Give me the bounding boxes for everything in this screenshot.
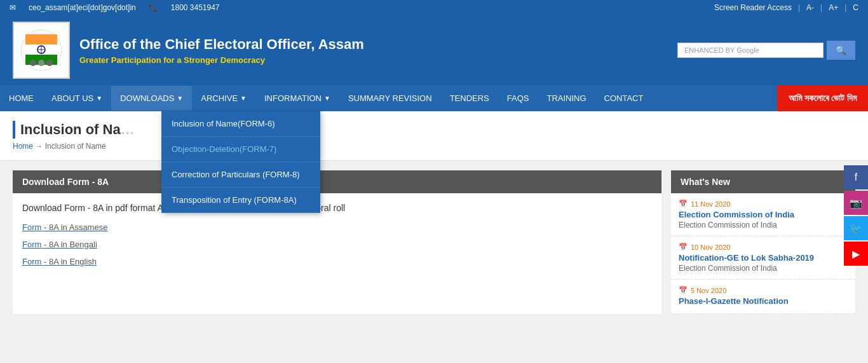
svg-point-9 [46,60,53,66]
news-item-2: 📅 10 Nov 2020 Notification-GE to Lok Sab… [671,236,855,280]
facebook-button[interactable]: f [844,165,868,189]
font-size-small[interactable]: A- [806,3,814,12]
site-title-area: Office of the Chief Electoral Officer, A… [79,36,364,65]
news-title-2[interactable]: Notification-GE to Lok Sabha-2019 [679,253,848,263]
news-date-2: 📅 10 Nov 2020 [679,243,848,251]
nav-cta-button[interactable]: আমি সকলোৰে ভোট দিম [777,85,868,111]
news-date-1: 📅 11 Nov 2020 [679,200,848,208]
form-label-3: Form [22,257,41,266]
logo-area: Office of the Chief Electoral Officer, A… [13,22,364,79]
news-item-1: 📅 11 Nov 2020 Election Commission of Ind… [671,193,855,236]
news-source-2: Election Commission of India [679,264,848,273]
nav-training[interactable]: TRAINING [538,86,595,111]
youtube-button[interactable]: ▶ [844,242,868,266]
nav-home[interactable]: HOME [0,86,43,111]
twitter-button[interactable]: 🐦 [844,216,868,240]
form-link-assamese[interactable]: Form - 8A in Assamese [22,223,652,232]
logo-image [19,28,64,72]
download-section-body: Download Form - 8A in pdf format Applica… [13,193,661,284]
site-header: Office of the Chief Electoral Officer, A… [0,15,868,85]
google-search-label: ENHANCED BY Google [684,46,759,54]
news-title-3[interactable]: Phase-I-Gazette Notification [679,296,848,306]
breadcrumb-current: Inclusion of Name [45,142,106,151]
calendar-icon: 📅 [679,286,688,294]
form-suffix-3: - 8A in English [41,257,97,266]
nav-summary-revision[interactable]: SUMMARY REVISION [339,86,441,111]
nav-information[interactable]: INFORMATION ▼ [255,86,339,111]
nav-contact[interactable]: CONTACT [595,86,653,111]
instagram-icon: 📷 [850,197,862,209]
form-suffix-2: - 8A in Bengali [41,240,97,249]
phone-text: 1800 3451947 [171,3,220,12]
form-label-2: Form [22,240,41,249]
page-title: Inclusion of Na… [13,121,855,139]
facebook-icon: f [855,172,857,183]
form-suffix-1: - 8A in Assamese [41,223,107,232]
download-description: Download Form - 8A in pdf format Applica… [22,203,652,213]
chevron-down-icon: ▼ [96,95,102,102]
svg-rect-1 [25,34,57,45]
form-link-bengali[interactable]: Form - 8A in Bengali [22,240,652,249]
contrast-toggle[interactable]: C [853,3,858,12]
nav-archive[interactable]: ARCHIVE ▼ [192,86,255,111]
page-title-text: Inclusion of Na… [20,121,135,138]
downloads-dropdown: Inclusion of Name(FORM-6) Objection-Dele… [161,111,320,213]
breadcrumb: Home → Inclusion of Name [13,142,855,157]
screen-reader-link[interactable]: Screen Reader Access [714,3,792,12]
chevron-down-icon: ▼ [177,95,183,102]
phone-icon: 📞 [149,3,158,12]
twitter-icon: 🐦 [850,223,862,235]
chevron-down-icon: ▼ [324,95,330,102]
social-bar: f 📷 🐦 ▶ [844,165,868,266]
top-bar: ✉ ceo_assam[at]eci[dot]gov[dot]in 📞 1800… [0,0,868,15]
svg-point-8 [38,60,44,66]
nav-faqs[interactable]: FAQS [498,86,538,111]
search-button[interactable]: 🔍 [827,41,855,60]
main-content: Download Form - 8A Download Form - 8A in… [0,161,868,324]
dropdown-objection[interactable]: Objection-Deletion(FORM-7) [161,137,320,162]
top-bar-left: ✉ ceo_assam[at]eci[dot]gov[dot]in 📞 1800… [10,3,220,12]
font-size-large[interactable]: A+ [829,3,838,12]
search-area: ENHANCED BY Google 🔍 [677,41,855,60]
nav-tenders[interactable]: TENDERS [441,86,498,111]
site-title: Office of the Chief Electoral Officer, A… [79,36,364,53]
news-title-1[interactable]: Election Commission of India [679,210,848,219]
calendar-icon: 📅 [679,243,688,251]
nav-downloads[interactable]: DOWNLOADS ▼ [111,86,192,111]
instagram-button[interactable]: 📷 [844,191,868,215]
main-nav: HOME ABOUT US ▼ DOWNLOADS ▼ ARCHIVE ▼ IN… [0,85,868,111]
news-source-1: Election Commission of India [679,221,848,229]
form-label-1: Form [22,223,41,232]
breadcrumb-home[interactable]: Home [13,142,33,151]
nav-about[interactable]: ABOUT US ▼ [43,86,111,111]
news-item-3: 📅 5 Nov 2020 Phase-I-Gazette Notificatio… [671,280,855,314]
logo-box [13,22,70,79]
chevron-down-icon: ▼ [240,95,247,102]
site-subtitle: Greater Participation for a Stronger Dem… [79,55,364,65]
whats-new-header: What's New [671,170,855,193]
dropdown-correction[interactable]: Correction of Particulars (FORM-8) [161,162,320,188]
title-accent-bar [13,121,15,139]
email-text: ceo_assam[at]eci[dot]gov[dot]in [29,3,136,12]
page-header: Inclusion of Na… Home → Inclusion of Nam… [0,111,868,161]
top-bar-right: Screen Reader Access | A- | A+ | C [714,3,858,12]
dropdown-inclusion[interactable]: Inclusion of Name(FORM-6) [161,111,320,137]
email-icon: ✉ [10,3,16,12]
youtube-icon: ▶ [852,248,860,260]
search-box-wrapper: ENHANCED BY Google [677,43,824,58]
news-date-3: 📅 5 Nov 2020 [679,286,848,294]
content-left: Download Form - 8A Download Form - 8A in… [13,170,661,314]
svg-point-7 [30,60,36,66]
download-section-header: Download Form - 8A [13,170,661,193]
calendar-icon: 📅 [679,200,688,208]
dropdown-transposition[interactable]: Transposition of Entry (FORM-8A) [161,188,320,213]
form-link-english[interactable]: Form - 8A in English [22,257,652,266]
content-right: What's New 📅 11 Nov 2020 Election Commis… [671,170,855,314]
